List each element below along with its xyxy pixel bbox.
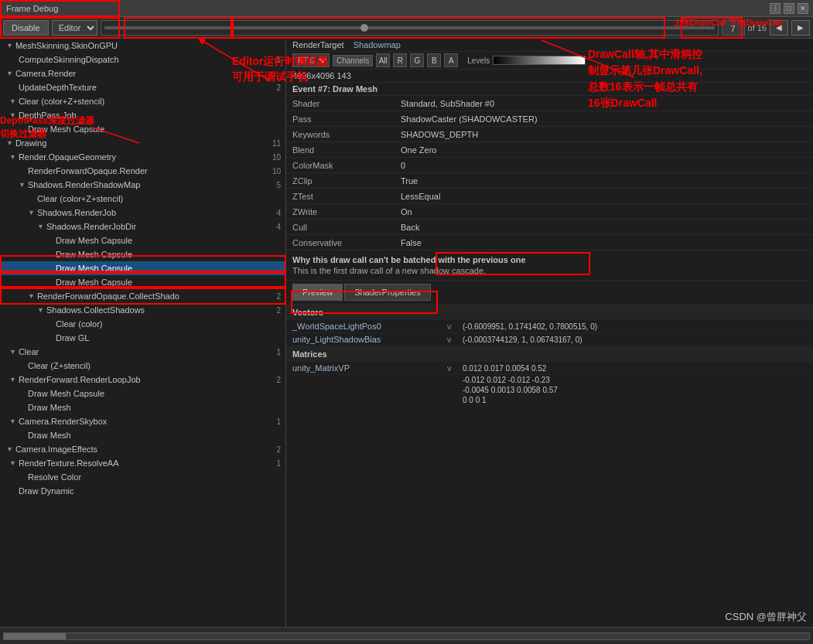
tree-item-count: 2 [276, 83, 285, 92]
tree-item-label: Clear (color+Z+stencil) [19, 97, 104, 106]
close-btn[interactable]: ✕ [798, 3, 808, 14]
channel-all-btn[interactable]: All [376, 53, 390, 67]
tree-item[interactable]: UpdateDepthTexture2 [0, 80, 285, 94]
tree-item-label: Shadows.CollectShadows [46, 305, 145, 315]
tree-item-label: Draw Mesh [28, 431, 71, 440]
tree-item[interactable]: ▼Shadows.CollectShadows2 [0, 303, 285, 317]
tree-item[interactable]: ▼MeshSkinning.SkinOnGPU [0, 39, 285, 53]
shader-value: Standard, SubShader #0 [401, 99, 494, 108]
rt-select[interactable]: RT 0 [292, 53, 330, 67]
ztest-value: LessEqual [401, 192, 440, 201]
tree-item[interactable]: Clear (Z+stencil) [0, 359, 285, 373]
tree-arrow-icon: ▼ [9, 417, 16, 425]
tree-item[interactable]: Clear (color+Z+stencil) [0, 192, 285, 206]
bottom-scrollbar [0, 627, 813, 644]
tree-item[interactable]: ComputeSkinningDispatch1 [0, 53, 285, 66]
next-frame-button[interactable]: ▶ [791, 20, 810, 36]
channel-b-btn[interactable]: B [427, 53, 441, 67]
mode-select[interactable]: Editor [52, 20, 97, 36]
tab-preview[interactable]: Preview [292, 284, 343, 301]
maximize-btn[interactable]: □ [784, 3, 794, 14]
tree-item-count: 2 [276, 445, 285, 454]
right-panel: RenderTarget Shadowmap RT 0 Channels All… [286, 39, 813, 627]
tree-item[interactable]: ▼Camera.Render [0, 66, 285, 80]
tree-item[interactable]: Draw Dynamic [0, 484, 285, 498]
tree-item-count: 1 [276, 56, 285, 64]
pass-row: Pass ShadowCaster (SHADOWCASTER) [286, 111, 813, 127]
blend-value: One Zero [401, 145, 436, 155]
resolution-value: 4096x4096 143 [292, 71, 351, 80]
conservative-value: False [401, 238, 422, 247]
tree-item-label: Shadows.RenderJobDir [46, 222, 136, 231]
tree-item[interactable]: Draw Mesh Capsule [0, 387, 285, 400]
menu-btn[interactable]: ⋮ [770, 3, 781, 14]
tree-item-label: Clear (Z+stencil) [28, 361, 91, 370]
tree-item-label: RenderForwardOpaque.CollectShado [37, 291, 179, 301]
colormask-value: 0 [401, 161, 405, 170]
tree-arrow-icon: ▼ [6, 445, 13, 453]
tree-item-count: 1 [276, 417, 285, 426]
tree-item[interactable]: ▼DepthPass.Job [0, 108, 285, 122]
tree-arrow-icon: ▼ [6, 70, 13, 77]
tree-item[interactable]: Draw Mesh Capsule [0, 261, 285, 275]
tree-item-label: Draw Mesh Capsule [28, 389, 104, 398]
tree-item-label: Draw Mesh Capsule [56, 250, 132, 259]
tree-arrow-icon: ▼ [28, 209, 35, 216]
tree-item[interactable]: Draw Mesh [0, 428, 285, 442]
tree-item[interactable]: ▼Shadows.RenderJobDir4 [0, 220, 285, 233]
tree-item-label: Draw Dynamic [19, 486, 74, 496]
tree-item[interactable]: Clear (color) [0, 317, 285, 331]
tree-item[interactable]: Draw Mesh Capsule [0, 233, 285, 247]
tree-item[interactable]: ▼RenderTexture.ResolveAA1 [0, 456, 285, 470]
tree-item[interactable]: ▼Camera.RenderSkybox1 [0, 414, 285, 428]
shader-label: Shader [292, 99, 401, 108]
frame-slider[interactable] [104, 26, 715, 29]
tree-item[interactable]: ▼Render.OpaqueGeometry10 [0, 150, 285, 164]
tree-item[interactable]: ▼RenderForwardOpaque.CollectShado2 [0, 289, 285, 303]
tree-item-label: Shadows.RenderJob [37, 208, 116, 217]
tree-item[interactable]: Draw Mesh [0, 400, 285, 414]
tree-item-label: Draw Mesh Capsule [56, 236, 132, 245]
tree-item-label: RenderTexture.ResolveAA [19, 458, 119, 468]
tree-arrow-icon: ▼ [28, 292, 35, 300]
tab-shader-properties[interactable]: ShaderProperties [344, 284, 431, 301]
tree-item-label: Render.OpaqueGeometry [19, 152, 116, 162]
scroll-thumb[interactable] [4, 633, 66, 639]
zwrite-row: ZWrite On [286, 204, 813, 220]
tree-item-label: Draw Mesh Capsule [28, 124, 104, 134]
vectors-header: Vectors [286, 305, 813, 320]
channel-r-btn[interactable]: R [393, 53, 407, 67]
colormask-row: ColorMask 0 [286, 158, 813, 173]
cull-value: Back [401, 223, 419, 232]
batch-warning: Why this draw call can't be batched with… [286, 250, 813, 281]
tree-item[interactable]: ▼RenderForward.RenderLoopJob2 [0, 373, 285, 387]
tree-item[interactable]: ▼Clear (color+Z+stencil) [0, 94, 285, 108]
title-bar-text: Frame Debug [6, 4, 58, 13]
tree-item[interactable]: ▼Clear1 [0, 345, 285, 359]
zclip-label: ZClip [292, 176, 401, 186]
prev-frame-button[interactable]: ◀ [770, 20, 788, 36]
tree-item[interactable]: ▼Shadows.RenderShadowMap5 [0, 178, 285, 192]
channel-a-btn[interactable]: A [444, 53, 458, 67]
tree-item-label: Resolve Color [28, 472, 81, 482]
slider-handle[interactable] [360, 24, 368, 32]
tree-item[interactable]: Draw GL [0, 331, 285, 345]
left-panel: ▼MeshSkinning.SkinOnGPUComputeSkinningDi… [0, 39, 286, 627]
tree-item[interactable]: Draw Mesh Capsule [0, 275, 285, 289]
tree-item[interactable]: RenderForwardOpaque.Render10 [0, 164, 285, 178]
conservative-label: Conservative [292, 238, 401, 247]
tree-item-count: 1 [276, 459, 285, 468]
frame-slider-wrapper [101, 20, 719, 36]
scroll-track[interactable] [3, 632, 810, 640]
channel-g-btn[interactable]: G [410, 53, 424, 67]
tree-item[interactable]: ▼Shadows.RenderJob4 [0, 206, 285, 220]
tree-item[interactable]: Draw Mesh Capsule [0, 247, 285, 261]
tree-item[interactable]: ▼Camera.ImageEffects2 [0, 442, 285, 456]
matrix-type: v [447, 363, 463, 373]
batch-title: Why this draw call can't be batched with… [292, 255, 807, 264]
disable-button[interactable]: Disable [3, 20, 49, 36]
tree-item[interactable]: ▼Drawing11 [0, 136, 285, 150]
tree-item[interactable]: Resolve Color [0, 470, 285, 484]
tree-item[interactable]: Draw Mesh Capsule [0, 122, 285, 136]
matrix-row1-value: 0.012 0.017 0.0054 0.52 [463, 364, 546, 373]
